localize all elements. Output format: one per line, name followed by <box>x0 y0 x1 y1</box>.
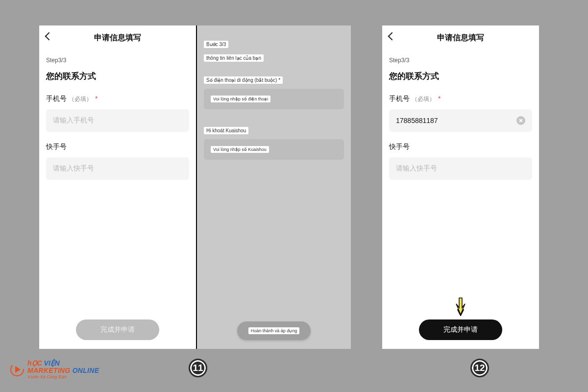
phone-input[interactable]: 请输入手机号 <box>46 109 189 132</box>
phone-label-row: 手机号 （必填） * <box>46 95 189 103</box>
step-number-badge: 11 <box>189 359 207 377</box>
logo-text: hỌC VIỆN MARKETING ONLINE Vươn Xa Cùng B… <box>27 360 99 379</box>
brand-logo: hỌC VIỆN MARKETING ONLINE Vươn Xa Cùng B… <box>10 360 99 379</box>
section-title: 您的联系方式 <box>389 71 532 82</box>
phone-input[interactable]: 17885881187 <box>389 109 532 132</box>
submit-label: Hoàn thành và áp dụng <box>248 327 300 334</box>
kuaishou-placeholder: Vui lòng nhập số Kuaishou <box>211 146 269 153</box>
phone-label: Số điện thoại di động (bắt buộc) * <box>204 76 344 84</box>
kuaishou-placeholder: 请输入快手号 <box>53 164 94 173</box>
header: 申请信息填写 <box>39 25 196 50</box>
phone-placeholder: Vui lòng nhập số điện thoại <box>211 96 270 102</box>
submit-button[interactable]: 完成并申请 <box>419 319 502 340</box>
required-star-icon: * <box>438 95 441 102</box>
kuaishou-label: 快手号 <box>389 143 410 151</box>
page-title: 申请信息填写 <box>94 33 141 43</box>
section-title: 您的联系方式 <box>46 71 189 82</box>
clear-icon[interactable] <box>516 116 525 125</box>
submit-button[interactable]: 完成并申请 <box>76 319 159 340</box>
form-content: Step3/3 您的联系方式 手机号 （必填） * 17885881187 快手… <box>382 50 539 349</box>
kuaishou-placeholder: 请输入快手号 <box>396 164 437 173</box>
kuaishou-input[interactable]: 请输入快手号 <box>46 157 189 180</box>
submit-label: 完成并申请 <box>443 325 478 334</box>
required-star-icon: * <box>95 95 98 102</box>
phone-label: 手机号 <box>46 95 67 103</box>
logo-icon <box>10 361 24 378</box>
header: 申请信息填写 <box>382 25 539 50</box>
phone-screen-left: 申请信息填写 Step3/3 您的联系方式 手机号 （必填） * 请输入手机号 … <box>39 25 196 349</box>
step-indicator: Bước 3/3 <box>204 39 344 48</box>
phone-label-row: 手机号 （必填） * <box>389 95 532 103</box>
phone-required-hint: （必填） <box>412 95 435 103</box>
kuaishou-input[interactable]: 请输入快手号 <box>389 157 532 180</box>
phone-screen-right: 申请信息填写 Step3/3 您的联系方式 手机号 （必填） * 1788588… <box>382 25 539 349</box>
section-title: thông tin liên lạc của bạn <box>204 53 344 62</box>
phone-placeholder: 请输入手机号 <box>53 116 94 125</box>
step-indicator: Step3/3 <box>46 57 189 64</box>
back-icon[interactable] <box>45 32 53 41</box>
submit-label: 完成并申请 <box>100 325 135 334</box>
submit-area: 完成并申请 <box>46 319 189 349</box>
kuaishou-input[interactable]: Vui lòng nhập số Kuaishou <box>204 139 344 160</box>
back-icon[interactable] <box>388 32 396 41</box>
step-indicator: Step3/3 <box>389 57 532 64</box>
phone-label: 手机号 <box>389 95 410 103</box>
submit-button[interactable]: Hoàn thành và áp dụng <box>237 321 311 340</box>
kuaishou-label-row: 快手号 <box>46 143 189 151</box>
kuaishou-label-row: 快手号 <box>389 143 532 151</box>
form-content: Step3/3 您的联系方式 手机号 （必填） * 请输入手机号 快手号 请输入… <box>39 50 196 349</box>
phone-required-hint: （必填） <box>69 95 92 103</box>
page-title: 申请信息填写 <box>437 33 484 43</box>
phone-screen-translated: Bước 3/3 thông tin liên lạc của bạn Số đ… <box>196 25 353 349</box>
arrow-icon <box>454 297 467 317</box>
phone-value: 17885881187 <box>396 117 516 124</box>
kuaishou-label: 快手号 <box>46 143 67 151</box>
submit-area: 完成并申请 <box>389 319 532 349</box>
step-number-badge: 12 <box>470 359 489 377</box>
submit-area: Hoàn thành và áp dụng <box>204 321 344 349</box>
form-content: Bước 3/3 thông tin liên lạc của bạn Số đ… <box>197 25 351 349</box>
kuaishou-label: Hi khoát Kuaishou <box>204 127 344 134</box>
phone-input[interactable]: Vui lòng nhập số điện thoại <box>204 89 344 109</box>
